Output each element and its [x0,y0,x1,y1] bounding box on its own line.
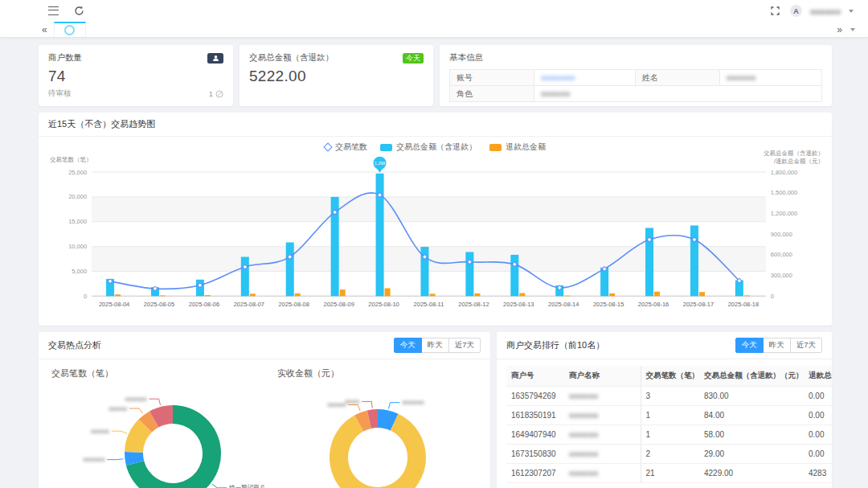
fullscreen-icon[interactable] [769,5,782,18]
table-cell: 830.00 [699,387,804,406]
right-tick-label: 900,000 [771,231,792,238]
tab-loading-icon [64,25,75,35]
column-header-1: 商户号 [506,366,564,387]
tab-home[interactable] [54,22,86,37]
today-badge: 今天 [403,53,424,64]
right-tick-label: 0 [771,293,774,300]
grid-band [92,197,766,222]
x-tick-label: 2025-08-14 [548,301,579,308]
bar-amount[interactable] [376,174,384,297]
bar-refund[interactable] [744,296,750,297]
bar-amount[interactable] [465,252,473,296]
tabs-scroll-left-icon[interactable]: « [35,22,54,37]
ranking-table-wrap: 商户号商户名称交易笔数（笔）交易总金额（含退款）（元）退款总金额（元）16357… [506,366,832,483]
hamburger-menu-icon[interactable] [47,5,59,18]
table-cell: 0.00 [804,425,832,445]
x-tick-label: 2025-08-06 [189,301,219,308]
legend-item-amount[interactable]: 交易总金额（含退款） [380,141,477,153]
range-button-今天[interactable]: 今天 [394,338,422,353]
bar-refund[interactable] [250,293,256,296]
bar-refund[interactable] [160,296,166,297]
username-label: ●●●●●● [810,6,841,16]
left-tick-label: 20,000 [68,193,87,200]
pie-label: ●●●● [345,398,359,405]
left-tick-label: 5,000 [72,268,87,275]
forbidden-icon [215,90,223,98]
x-tick-label: 2025-08-05 [144,301,174,308]
bar-amount[interactable] [600,268,608,297]
x-tick-label: 2025-08-15 [593,301,624,308]
tabs-scroll-right-icon[interactable]: » [830,22,849,37]
tabs-dropdown-icon[interactable] [849,22,857,37]
refund-legend-swatch [489,144,502,151]
bar-refund[interactable] [115,294,121,296]
bar-refund[interactable] [205,295,211,296]
pie-chart-amount[interactable]: ●●●●●●●●●●●●●●●●●●●●● [264,379,490,488]
bar-refund[interactable] [654,292,660,297]
refresh-icon[interactable] [72,5,85,18]
range-button-昨天[interactable]: 昨天 [421,338,449,353]
legend-item-refund[interactable]: 退款总金额 [489,141,546,153]
column-header-3[interactable]: 交易笔数（笔） [641,366,699,387]
hotspot-pies: 交易笔数（笔） 统一预记商户●●●●●●●●●●●●●●●●●●●●●● 实收金… [39,359,490,488]
column-header-4[interactable]: 交易总金额（含退款）（元） [699,366,804,387]
pie-count-title: 交易笔数（笔） [39,359,264,379]
user-avatar[interactable]: A [790,5,802,17]
tab-bar: « » [0,22,868,38]
table-row: 1612307207●●●●●●214229.004283 [506,464,832,483]
user-menu-caret-icon[interactable] [849,10,854,13]
bar-amount[interactable] [510,255,518,296]
pending-review-label: 待审核 [48,88,72,99]
range-button-近7天[interactable]: 近7天 [790,338,822,353]
table-cell: 1635794269 [506,387,564,406]
pending-review-value: 1 [209,89,213,98]
bar-amount[interactable] [286,242,294,296]
pie-label-line [112,432,127,434]
table-cell: ●●●●●● [564,406,641,425]
bar-refund[interactable] [609,293,615,296]
bar-amount[interactable] [241,256,249,296]
bar-amount[interactable] [690,225,698,296]
bar-refund[interactable] [474,293,480,296]
bar-refund[interactable] [385,289,391,297]
ranking-card: 商户交易排行（前10名） 今天昨天近7天 商户号商户名称交易笔数（笔）交易总金额… [497,332,832,488]
bar-refund[interactable] [340,289,346,296]
legend-item-count[interactable]: 交易笔数 [325,141,367,153]
pie-label-line [212,484,227,488]
table-cell: 84.00 [699,406,804,425]
left-tick-label: 25,000 [68,169,87,176]
table-cell: 0.00 [804,387,832,406]
right-axis-title: 交易总金额（含退款） /退款总金额（元） [764,150,824,166]
bar-refund[interactable] [564,296,570,297]
merchant-count-badge [207,53,223,64]
right-tick-label: 1,800,000 [771,169,797,176]
merchant-count-card: 商户数量 74 待审核 1 [39,45,233,106]
range-button-昨天[interactable]: 昨天 [763,338,791,353]
amount-legend-swatch [380,144,392,151]
role-value: ●●●●●● [541,89,570,98]
table-cell: 21 [641,464,699,483]
bar-refund[interactable] [699,292,705,296]
name-label: 姓名 [636,70,720,86]
right-tick-label: 1,200,000 [771,210,797,217]
pie-label: ●●●●● [328,401,346,408]
bar-refund[interactable] [295,293,301,296]
pie-label-line [129,408,143,413]
pie-chart-count[interactable]: 统一预记商户●●●●●●●●●●●●●●●●●●●●●● [39,379,264,488]
x-tick-label: 2025-08-04 [99,301,129,308]
ranking-title: 商户交易排行（前10名） [506,339,604,351]
trend-chart[interactable]: 05,00010,00015,00020,00025,0000300,00060… [47,154,824,319]
table-cell: ●●●●●● [564,464,641,483]
bar-refund[interactable] [519,293,525,297]
table-row: 1649407940●●●●●●158.000.00 [506,425,832,445]
trend-chart-title: 近15天（不含）交易趋势图 [48,118,155,130]
x-tick-label: 2025-08-09 [323,301,354,308]
range-button-今天[interactable]: 今天 [735,338,764,353]
account-label: 账号 [450,70,534,86]
bar-refund[interactable] [429,293,435,296]
pie-label: ●●●●●● [125,396,146,403]
table-cell: 2 [641,445,699,464]
hotspot-title: 交易热点分析 [48,339,101,351]
range-button-近7天[interactable]: 近7天 [448,338,481,353]
hotspot-range-buttons: 今天昨天近7天 [394,338,481,353]
